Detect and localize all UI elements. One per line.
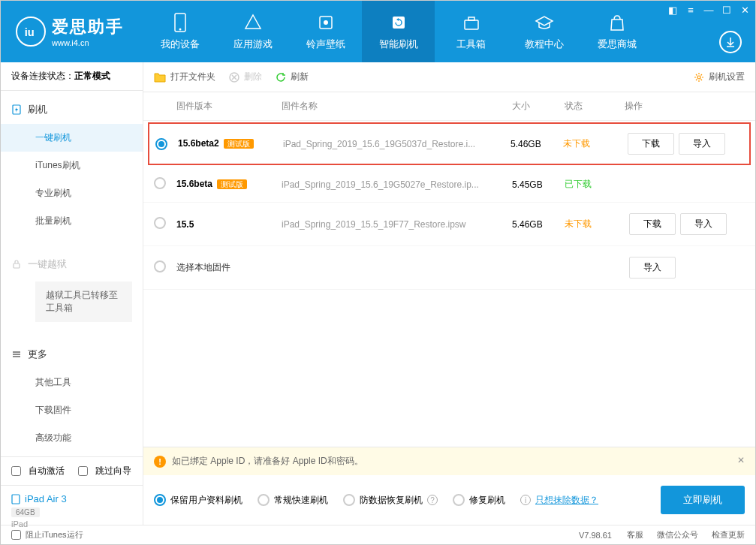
delete-button[interactable]: 删除 [229, 71, 262, 83]
menu-icon[interactable]: ≡ [685, 4, 697, 16]
gear-icon [694, 72, 704, 83]
op-导入[interactable]: 导入 [679, 133, 725, 155]
nav-ringtone[interactable]: 铃声壁纸 [289, 1, 362, 62]
main-content: 打开文件夹 删除 刷新 刷机设置 固件版本 固件名称 大小 状态 操作 1 [143, 62, 755, 525]
music-icon [315, 12, 336, 33]
refresh-icon [388, 12, 409, 33]
sidebar-jailbreak-head: 一键越狱 [1, 250, 143, 279]
opt-repair[interactable]: 修复刷机 [453, 494, 505, 507]
auto-activate-checkbox[interactable] [11, 466, 21, 476]
help-icon[interactable]: ? [427, 495, 438, 505]
auto-activate-row: 自动激活 跳过向导 [1, 457, 143, 485]
col-size: 大小 [512, 100, 565, 113]
refresh-icon [276, 72, 286, 83]
footer-wechat[interactable]: 微信公众号 [657, 529, 698, 540]
nav-my-device[interactable]: 我的设备 [143, 1, 216, 62]
sidebar-one-click-flash[interactable]: 一键刷机 [1, 124, 143, 152]
device-icon [11, 494, 20, 504]
block-itunes-checkbox[interactable] [11, 530, 21, 540]
block-itunes-row: 阻止iTunes运行 [11, 529, 83, 540]
svg-rect-13 [12, 495, 20, 504]
sidebar-other-tools[interactable]: 其他工具 [1, 369, 143, 396]
minimize-icon[interactable]: — [703, 4, 715, 16]
radio-icon [258, 494, 270, 506]
logo-title: 爱思助手 [52, 16, 124, 38]
svg-rect-7 [468, 17, 474, 20]
hat-icon [534, 12, 555, 33]
nav-toolbox[interactable]: 工具箱 [435, 1, 508, 62]
header: iu 爱思助手 www.i4.cn 我的设备 应用游戏 铃声壁纸 智能刷机 工具… [1, 1, 755, 62]
radio-icon[interactable] [154, 217, 166, 229]
radio-icon[interactable] [155, 138, 167, 150]
firmware-list: 15.6beta2测试版 iPad_Spring_2019_15.6_19G50… [143, 121, 755, 290]
info-icon[interactable]: i [520, 495, 531, 505]
table-header: 固件版本 固件名称 大小 状态 操作 [143, 92, 755, 121]
opt-keep-data[interactable]: 保留用户资料刷机 [154, 494, 242, 507]
sidebar-advanced[interactable]: 高级功能 [1, 424, 143, 452]
sidebar-pro-flash[interactable]: 专业刷机 [1, 179, 143, 207]
logo-subtitle: www.i4.cn [52, 38, 124, 47]
radio-icon[interactable] [154, 177, 166, 189]
bottom-panel: ! 如已绑定 Apple ID，请准备好 Apple ID和密码。 ✕ 保留用户… [143, 447, 755, 525]
download-button[interactable] [719, 31, 742, 53]
apps-icon [242, 12, 264, 33]
more-icon [11, 349, 22, 360]
erase-link[interactable]: 只想抹除数据？ [535, 494, 598, 507]
radio-icon[interactable] [154, 260, 166, 272]
lock-icon [11, 259, 22, 269]
sidebar-download-fw[interactable]: 下载固件 [1, 396, 143, 424]
flash-now-button[interactable]: 立即刷机 [661, 486, 745, 514]
sidebar-batch-flash[interactable]: 批量刷机 [1, 207, 143, 235]
svg-rect-9 [14, 263, 20, 268]
op-导入[interactable]: 导入 [680, 213, 727, 235]
flash-icon [11, 104, 22, 115]
flash-options: 保留用户资料刷机 常规快速刷机 防数据恢复刷机? 修复刷机 i只想抹除数据？ 立… [143, 475, 755, 525]
connection-status: 设备连接状态：正常模式 [1, 62, 143, 91]
firmware-row[interactable]: 选择本地固件 导入 [143, 246, 755, 290]
nav-apps[interactable]: 应用游戏 [216, 1, 289, 62]
folder-icon [154, 72, 166, 83]
skip-guide-checkbox[interactable] [78, 466, 88, 476]
firmware-row[interactable]: 15.6beta2测试版 iPad_Spring_2019_15.6_19G50… [148, 122, 751, 165]
sidebar-itunes-flash[interactable]: iTunes刷机 [1, 152, 143, 179]
open-folder-button[interactable]: 打开文件夹 [154, 71, 215, 83]
toolbar: 打开文件夹 删除 刷新 刷机设置 [143, 62, 755, 92]
apple-id-notice: ! 如已绑定 Apple ID，请准备好 Apple ID和密码。 ✕ [143, 447, 755, 475]
jailbreak-note: 越狱工具已转移至工具箱 [35, 282, 132, 322]
sidebar-flash-head[interactable]: 刷机 [1, 95, 143, 124]
radio-icon [154, 494, 166, 506]
firmware-row[interactable]: 15.5 iPad_Spring_2019_15.5_19F77_Restore… [143, 203, 755, 246]
refresh-button[interactable]: 刷新 [276, 71, 309, 83]
firmware-row[interactable]: 15.6beta测试版 iPad_Spring_2019_15.6_19G502… [143, 167, 755, 203]
col-status: 状态 [565, 100, 625, 113]
radio-icon [343, 494, 355, 506]
col-version: 固件版本 [176, 100, 282, 113]
bag-icon [607, 12, 628, 33]
warning-icon: ! [154, 456, 166, 468]
storage-badge: 64GB [11, 507, 40, 517]
nav-flash[interactable]: 智能刷机 [362, 1, 435, 62]
footer-update[interactable]: 检查更新 [712, 529, 745, 540]
logo-icon: iu [16, 17, 46, 47]
svg-point-17 [697, 76, 700, 79]
window-controls: ◧ ≡ — ☐ ✕ [667, 4, 751, 16]
device-name[interactable]: iPad Air 3 [11, 493, 132, 504]
op-下载[interactable]: 下载 [628, 133, 674, 155]
col-name: 固件名称 [282, 100, 512, 113]
nav-tutorials[interactable]: 教程中心 [508, 1, 580, 62]
nav-store[interactable]: 爱思商城 [580, 1, 653, 62]
maximize-icon[interactable]: ☐ [721, 4, 733, 16]
close-icon[interactable]: ✕ [739, 4, 751, 16]
sidebar-more-head[interactable]: 更多 [1, 340, 143, 369]
flash-settings-button[interactable]: 刷机设置 [694, 71, 745, 83]
svg-point-4 [324, 20, 328, 25]
opt-normal[interactable]: 常规快速刷机 [258, 494, 328, 507]
footer-support[interactable]: 客服 [627, 529, 643, 540]
op-下载[interactable]: 下载 [629, 213, 676, 235]
op-导入[interactable]: 导入 [629, 257, 676, 279]
notice-close-button[interactable]: ✕ [737, 455, 745, 465]
skin-icon[interactable]: ◧ [667, 4, 679, 16]
opt-antirecovery[interactable]: 防数据恢复刷机? [343, 494, 438, 507]
svg-rect-6 [465, 20, 478, 29]
main-nav: 我的设备 应用游戏 铃声壁纸 智能刷机 工具箱 教程中心 爱思商城 [143, 1, 755, 62]
